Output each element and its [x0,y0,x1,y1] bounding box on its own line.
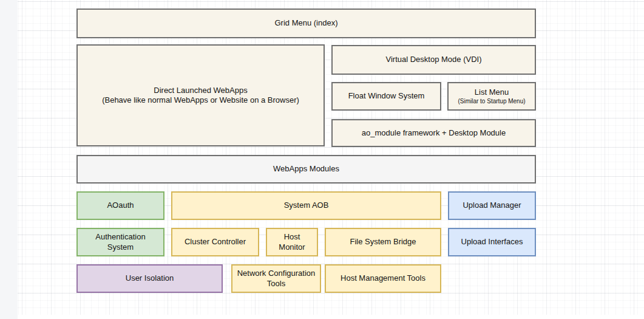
list-menu-subtitle: (Similar to Startup Menu) [458,97,525,105]
host-management-tools-label: Host Management Tools [341,273,425,283]
ao-module-framework-label: ao_module framework + Desktop Module [362,128,506,138]
webapps-modules-label: WebApps Modules [273,164,339,174]
network-configuration-tools-box: Network Configuration Tools [231,264,321,293]
list-menu-title: List Menu [475,87,509,97]
cluster-controller-label: Cluster Controller [185,237,246,247]
upload-interfaces-box: Upload Interfaces [448,228,536,256]
user-isolation-label: User Isolation [126,273,174,283]
direct-webapps-subtitle: (Behave like normal WebApps or Website o… [102,95,299,105]
left-gutter [0,0,18,319]
upload-interfaces-label: Upload Interfaces [461,237,523,247]
authentication-system-label: Authentication System [81,232,160,252]
host-management-tools-box: Host Management Tools [325,264,441,293]
file-system-bridge-label: File System Bridge [350,237,416,247]
authentication-system-box: Authentication System [76,228,164,256]
ao-module-framework-box: ao_module framework + Desktop Module [331,119,536,147]
grid-menu-box: Grid Menu (index) [76,9,536,38]
diagram-stage: Grid Menu (index) Direct Launched WebApp… [0,0,644,319]
grid-menu-label: Grid Menu (index) [274,18,337,28]
aoauth-box: AOauth [76,191,164,220]
cluster-controller-box: Cluster Controller [171,228,259,256]
float-window-system-box: Float Window System [331,82,441,111]
host-monitor-label: Host Monitor [271,232,313,252]
system-aob-label: System AOB [284,201,329,210]
webapps-modules-box: WebApps Modules [76,155,536,184]
user-isolation-box: User Isolation [76,264,223,293]
aoauth-label: AOauth [107,201,134,210]
virtual-desktop-mode-label: Virtual Desktop Mode (VDI) [386,55,482,64]
file-system-bridge-box: File System Bridge [325,228,441,256]
upload-manager-label: Upload Manager [463,201,521,210]
list-menu-box: List Menu (Similar to Startup Menu) [447,82,536,111]
system-aob-box: System AOB [171,191,441,220]
upload-manager-box: Upload Manager [448,191,536,220]
network-configuration-tools-label: Network Configuration Tools [236,269,316,289]
host-monitor-box: Host Monitor [266,228,318,256]
direct-webapps-title: Direct Launched WebApps [154,86,247,95]
direct-webapps-box: Direct Launched WebApps (Behave like nor… [76,44,325,146]
float-window-system-label: Float Window System [348,91,425,101]
virtual-desktop-mode-box: Virtual Desktop Mode (VDI) [331,45,536,75]
